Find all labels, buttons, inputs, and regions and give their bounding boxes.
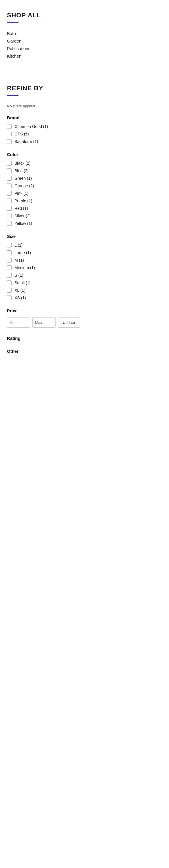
- color-label-yellow: Yellow (1): [14, 221, 32, 226]
- size-label-s: S (1): [14, 273, 23, 278]
- size-checkbox-l[interactable]: [7, 243, 11, 247]
- color-filter-group: Color Black (2) Blue (2) Green (1) Orang…: [7, 152, 162, 226]
- price-inputs-container: Update: [7, 317, 162, 328]
- color-label-red: Red (1): [14, 206, 28, 211]
- price-update-button[interactable]: Update: [58, 317, 80, 328]
- brand-filter-title: Brand: [7, 115, 162, 120]
- color-label-pink: Pink (1): [14, 191, 28, 196]
- color-option-silver[interactable]: Silver (2): [7, 214, 162, 218]
- size-checkbox-s[interactable]: [7, 273, 11, 278]
- color-filter-title: Color: [7, 152, 162, 157]
- color-checkbox-green[interactable]: [7, 176, 11, 181]
- color-label-silver: Silver (2): [14, 214, 31, 218]
- brand-option-ofs[interactable]: OFS (5): [7, 132, 162, 136]
- color-option-black[interactable]: Black (2): [7, 161, 162, 165]
- size-checkbox-xl[interactable]: [7, 288, 11, 292]
- size-label-l: L (1): [14, 243, 23, 247]
- shop-all-section: SHOP ALL Bath Garden Publications Kitche…: [0, 0, 169, 73]
- color-option-red[interactable]: Red (1): [7, 206, 162, 211]
- rating-filter-group: Rating: [7, 336, 162, 341]
- other-filter-title: Other: [7, 349, 162, 354]
- brand-checkbox-ofs[interactable]: [7, 132, 11, 136]
- size-option-xl[interactable]: XL (1): [7, 288, 162, 292]
- nav-item-kitchen[interactable]: Kitchen: [7, 54, 162, 59]
- color-option-green[interactable]: Green (1): [7, 176, 162, 181]
- size-option-l[interactable]: L (1): [7, 243, 162, 247]
- brand-checkbox-sagaform[interactable]: [7, 139, 11, 144]
- size-checkbox-large[interactable]: [7, 250, 11, 255]
- nav-link-publications[interactable]: Publications: [7, 46, 30, 51]
- color-label-orange: Orange (2): [14, 184, 34, 188]
- size-label-xs: XS (1): [14, 296, 26, 300]
- size-checkbox-medium[interactable]: [7, 266, 11, 270]
- color-checkbox-black[interactable]: [7, 161, 11, 165]
- color-label-green: Green (1): [14, 176, 32, 181]
- size-option-medium[interactable]: Medium (1): [7, 266, 162, 270]
- size-checkbox-xs[interactable]: [7, 296, 11, 300]
- refine-by-title: REFINE BY: [7, 85, 162, 92]
- brand-label-sagaform: Sagaform (1): [14, 139, 38, 144]
- shop-all-nav: Bath Garden Publications Kitchen: [7, 31, 162, 59]
- size-label-medium: Medium (1): [14, 266, 35, 270]
- nav-link-garden[interactable]: Garden: [7, 38, 22, 43]
- price-max-input[interactable]: [32, 317, 56, 328]
- size-label-m: M (1): [14, 258, 24, 262]
- size-option-small[interactable]: Small (1): [7, 280, 162, 285]
- other-filter-group: Other: [7, 349, 162, 354]
- no-filters-label: No filters applied: [7, 104, 162, 108]
- nav-link-bath[interactable]: Bath: [7, 31, 16, 36]
- color-checkbox-red[interactable]: [7, 206, 11, 211]
- color-label-black: Black (2): [14, 161, 30, 165]
- price-min-input[interactable]: [7, 317, 30, 328]
- brand-filter-group: Brand Common Good (1) OFS (5) Sagaform (…: [7, 115, 162, 144]
- size-filter-title: Size: [7, 234, 162, 239]
- color-checkbox-pink[interactable]: [7, 191, 11, 196]
- size-filter-group: Size L (1) Large (1) M (1) Medium (1) S …: [7, 234, 162, 300]
- size-checkbox-small[interactable]: [7, 280, 11, 285]
- nav-item-garden[interactable]: Garden: [7, 38, 162, 44]
- shop-all-title: SHOP ALL: [7, 11, 162, 19]
- size-label-small: Small (1): [14, 280, 31, 285]
- color-checkbox-purple[interactable]: [7, 198, 11, 203]
- size-checkbox-m[interactable]: [7, 258, 11, 262]
- nav-item-bath[interactable]: Bath: [7, 31, 162, 36]
- refine-by-underline: [7, 95, 19, 96]
- color-checkbox-blue[interactable]: [7, 168, 11, 173]
- color-label-blue: Blue (2): [14, 168, 29, 173]
- brand-option-sagaform[interactable]: Sagaform (1): [7, 139, 162, 144]
- color-label-purple: Purple (1): [14, 198, 32, 203]
- brand-label-ofs: OFS (5): [14, 132, 29, 136]
- price-filter-group: Price Update: [7, 308, 162, 328]
- nav-link-kitchen[interactable]: Kitchen: [7, 54, 22, 59]
- color-option-purple[interactable]: Purple (1): [7, 198, 162, 203]
- color-checkbox-silver[interactable]: [7, 214, 11, 218]
- shop-all-underline: [7, 22, 19, 23]
- refine-by-section: REFINE BY No filters applied Brand Commo…: [0, 73, 169, 373]
- color-checkbox-yellow[interactable]: [7, 221, 11, 226]
- size-option-large[interactable]: Large (1): [7, 250, 162, 255]
- color-checkbox-orange[interactable]: [7, 184, 11, 188]
- size-option-m[interactable]: M (1): [7, 258, 162, 262]
- brand-checkbox-common-good[interactable]: [7, 124, 11, 129]
- size-option-xs[interactable]: XS (1): [7, 296, 162, 300]
- color-option-blue[interactable]: Blue (2): [7, 168, 162, 173]
- color-option-orange[interactable]: Orange (2): [7, 184, 162, 188]
- brand-option-common-good[interactable]: Common Good (1): [7, 124, 162, 129]
- size-label-large: Large (1): [14, 250, 31, 255]
- brand-label-common-good: Common Good (1): [14, 124, 48, 129]
- rating-filter-title: Rating: [7, 336, 162, 341]
- color-option-pink[interactable]: Pink (1): [7, 191, 162, 196]
- price-filter-title: Price: [7, 308, 162, 313]
- color-option-yellow[interactable]: Yellow (1): [7, 221, 162, 226]
- size-option-s[interactable]: S (1): [7, 273, 162, 278]
- nav-item-publications[interactable]: Publications: [7, 46, 162, 51]
- size-label-xl: XL (1): [14, 288, 26, 292]
